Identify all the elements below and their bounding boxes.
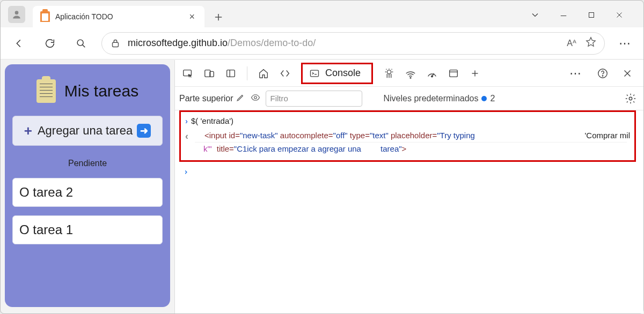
svg-point-0 <box>15 11 19 14</box>
svg-rect-21 <box>450 70 458 77</box>
devtools-toolbar: Console ⋯ <box>175 60 643 87</box>
tab-bar: Aplicación TODO × ＋ <box>1 1 643 27</box>
clipboard-icon <box>36 79 56 103</box>
svg-point-26 <box>602 75 603 76</box>
panel-layout-icon[interactable] <box>222 65 239 82</box>
network-tab-icon[interactable] <box>402 65 419 82</box>
address-bar: microsoftedge.github.io/Demos/demo-to-do… <box>1 27 643 59</box>
input-caret-icon: › <box>185 116 188 125</box>
issues-count: 2 <box>490 94 495 103</box>
pencil-icon <box>236 93 245 104</box>
execution-context-select[interactable]: Parte superior <box>179 93 245 104</box>
sources-tab-icon[interactable] <box>380 65 398 82</box>
console-output[interactable]: › $( 'entrada') <input id="new-task" aut… <box>175 110 643 313</box>
browser-tab[interactable]: Aplicación TODO × <box>33 6 204 27</box>
new-tab-button[interactable]: ＋ <box>208 6 229 27</box>
clipboard-icon <box>40 11 50 22</box>
console-output-line: <input id="new-task" autocomplete="off" … <box>181 130 634 143</box>
close-window-button[interactable] <box>614 10 624 21</box>
more-tabs-button[interactable] <box>466 65 484 82</box>
log-levels-select[interactable]: Niveles predeterminados 2 <box>384 94 495 103</box>
browser-more-button[interactable]: ⋯ <box>614 33 636 54</box>
output-caret-icon <box>185 131 188 142</box>
task-label: O tarea 1 <box>19 222 73 237</box>
elements-tab-icon[interactable] <box>276 65 294 82</box>
svg-point-20 <box>431 76 433 77</box>
console-input-line: › $( 'entrada') <box>181 115 634 126</box>
window-controls <box>530 10 639 22</box>
back-button[interactable] <box>8 33 30 54</box>
submit-arrow-icon[interactable]: ➜ <box>137 124 151 138</box>
help-icon[interactable] <box>594 65 611 82</box>
site-info-icon[interactable] <box>109 38 121 49</box>
todo-app: Mis tareas + Agregar una tarea ➜ Pendien… <box>5 64 170 307</box>
svg-rect-11 <box>227 70 235 77</box>
url-path: /Demos/demo-to-do/ <box>228 38 316 49</box>
favorite-icon[interactable] <box>585 36 597 50</box>
page-title: Mis tareas <box>64 82 138 100</box>
application-tab-icon[interactable] <box>445 65 462 82</box>
browser-window: Aplicación TODO × ＋ microsoftedge.github… <box>0 0 644 314</box>
task-row[interactable]: O tarea 2 <box>12 178 163 207</box>
add-task-label: Agregar una tarea <box>38 124 133 138</box>
svg-point-14 <box>387 70 391 73</box>
console-prompt-caret-icon[interactable]: › <box>184 167 188 177</box>
maximize-button[interactable] <box>587 10 596 21</box>
inspect-icon[interactable] <box>179 65 196 82</box>
device-toggle-icon[interactable] <box>201 65 218 82</box>
console-subbar: Parte superior Filtro Niveles predetermi… <box>175 87 643 110</box>
console-filter-input[interactable]: Filtro <box>266 91 362 107</box>
console-output-line: k'" title="C1ick para empezar a agregar … <box>181 143 634 155</box>
add-task-input[interactable]: + Agregar una tarea ➜ <box>12 116 163 146</box>
read-aloud-icon[interactable]: Aᴬ <box>567 38 576 48</box>
console-settings-icon[interactable] <box>622 90 639 107</box>
devtools-more-button[interactable]: ⋯ <box>565 63 587 84</box>
pending-label: Pendiente <box>12 159 163 168</box>
performance-tab-icon[interactable] <box>423 65 441 82</box>
svg-rect-2 <box>589 13 594 18</box>
devtools-panel: Console ⋯ Parte superior <box>174 60 643 313</box>
svg-rect-13 <box>311 70 319 77</box>
tab-title: Aplicación TODO <box>55 12 113 21</box>
profile-button[interactable] <box>8 6 25 23</box>
reload-button[interactable] <box>39 33 61 54</box>
welcome-tab-icon[interactable] <box>255 65 272 82</box>
issues-dot-icon <box>481 96 487 101</box>
task-row[interactable]: O tarea 1 <box>12 215 163 244</box>
svg-point-5 <box>77 40 83 46</box>
highlighted-console-region: › $( 'entrada') <input id="new-task" aut… <box>179 110 636 162</box>
task-label: O tarea 2 <box>19 185 73 200</box>
chevron-down-icon[interactable] <box>530 10 540 22</box>
svg-point-18 <box>410 77 411 78</box>
content-area: Mis tareas + Agregar una tarea ➜ Pendien… <box>1 60 643 313</box>
search-icon[interactable] <box>70 33 92 54</box>
svg-rect-7 <box>113 42 119 47</box>
console-tab[interactable]: Console <box>301 63 373 84</box>
svg-point-30 <box>629 97 632 100</box>
minimize-button[interactable] <box>559 10 568 21</box>
app-header: Mis tareas <box>12 72 163 115</box>
live-expression-icon[interactable] <box>251 93 260 104</box>
close-devtools-button[interactable] <box>619 65 636 82</box>
svg-line-6 <box>83 44 85 47</box>
url-host: microsoftedge.github.io <box>128 38 228 49</box>
divider <box>247 66 247 80</box>
divider <box>195 142 627 143</box>
close-tab-button[interactable]: × <box>187 9 197 25</box>
plus-icon: + <box>24 123 32 139</box>
svg-point-29 <box>254 96 257 99</box>
url-box[interactable]: microsoftedge.github.io/Demos/demo-to-do… <box>101 32 605 55</box>
console-tab-label: Console <box>325 68 361 79</box>
